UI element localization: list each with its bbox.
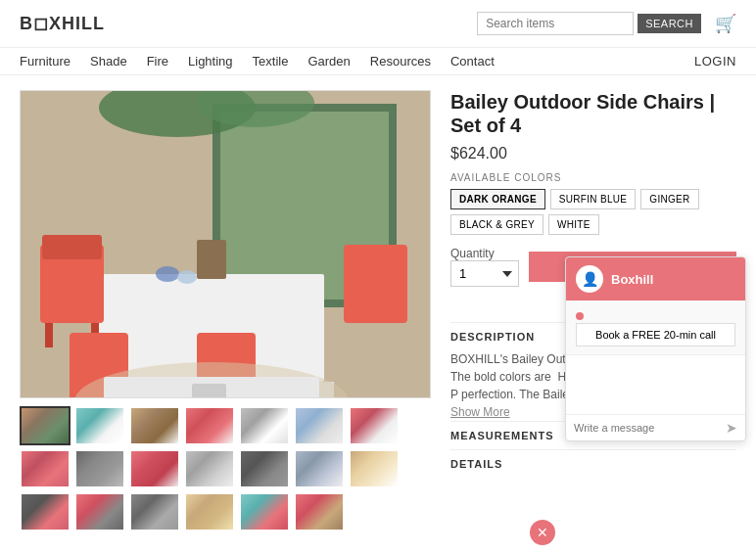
product-title: Bailey Outdoor Side Chairs | Set of 4 (450, 90, 736, 137)
product-info: Bailey Outdoor Side Chairs | Set of 4 $6… (450, 90, 736, 531)
nav-item-contact[interactable]: Contact (450, 54, 495, 69)
show-more-link[interactable]: Show More (450, 405, 510, 419)
thumbnail-16[interactable] (129, 492, 180, 531)
chat-widget: 👤 Boxhill Book a FREE 20-min call ➤ (565, 256, 746, 441)
thumbnail-15[interactable] (74, 492, 125, 531)
svg-rect-20 (192, 384, 226, 399)
main-content: Bailey Outdoor Side Chairs | Set of 4 $6… (0, 75, 756, 546)
header: B◻XHILL SEARCH 🛒 (0, 0, 756, 48)
chat-send-button[interactable]: ➤ (726, 420, 737, 436)
svg-rect-14 (344, 245, 407, 323)
svg-point-17 (177, 270, 197, 284)
thumbnail-8[interactable] (74, 449, 125, 488)
quantity-select[interactable]: 1 2 3 4 (450, 260, 519, 287)
thumbnail-11[interactable] (239, 449, 290, 488)
details-header[interactable]: DETAILS (450, 449, 736, 478)
nav-item-furniture[interactable]: Furniture (20, 54, 71, 69)
thumbnail-9[interactable] (129, 449, 180, 488)
main-product-image (20, 90, 431, 398)
chat-agent-name: Boxhill (611, 272, 653, 287)
color-option-dark-orange[interactable]: DARK ORANGE (450, 189, 545, 209)
available-colors-label: AVAILABLE COLORS (450, 172, 736, 183)
chat-header: 👤 Boxhill (566, 257, 745, 300)
thumbnail-6[interactable] (349, 406, 400, 445)
login-link[interactable]: LOGIN (694, 54, 736, 69)
cart-icon[interactable]: 🛒 (715, 13, 736, 34)
thumbnail-4[interactable] (239, 406, 290, 445)
nav-item-resources[interactable]: Resources (370, 54, 431, 69)
thumbnail-3[interactable] (184, 406, 235, 445)
color-option-ginger[interactable]: GINGER (640, 189, 698, 209)
thumbnail-17[interactable] (184, 492, 235, 531)
svg-rect-9 (42, 235, 102, 259)
thumbnail-12[interactable] (294, 449, 345, 488)
chat-avatar: 👤 (576, 265, 603, 293)
logo: B◻XHILL (20, 13, 105, 34)
chat-book-call-section: Book a FREE 20-min call (566, 300, 745, 355)
chat-avatar-icon: 👤 (582, 271, 598, 287)
product-images (20, 90, 431, 531)
nav-item-fire[interactable]: Fire (147, 54, 168, 69)
book-call-button[interactable]: Book a FREE 20-min call (576, 323, 735, 346)
chat-message-input[interactable] (574, 422, 721, 434)
color-option-black-&-grey[interactable]: BLACK & GREY (450, 214, 543, 235)
search-input[interactable] (477, 12, 634, 35)
nav-item-garden[interactable]: Garden (307, 54, 350, 69)
navigation: Furniture Shade Fire Lighting Textile Ga… (0, 48, 756, 75)
thumbnail-1[interactable] (74, 406, 125, 445)
chat-input-row: ➤ (566, 414, 745, 440)
thumbnail-0[interactable] (20, 406, 71, 445)
thumbnail-10[interactable] (184, 449, 235, 488)
svg-rect-10 (45, 323, 53, 347)
thumbnail-18[interactable] (239, 492, 290, 531)
chat-status-dot (576, 312, 584, 320)
thumbnail-14[interactable] (20, 492, 71, 531)
color-option-white[interactable]: WHITE (548, 214, 599, 235)
chat-message-area (566, 355, 745, 414)
color-option-surfin-blue[interactable]: SURFIN BLUE (550, 189, 636, 209)
nav-item-lighting[interactable]: Lighting (188, 54, 233, 69)
thumbnail-row (20, 406, 431, 531)
nav-item-shade[interactable]: Shade (90, 54, 127, 69)
search-button[interactable]: SEARCH (638, 14, 701, 33)
svg-rect-15 (197, 240, 226, 279)
search-area: SEARCH 🛒 (477, 12, 736, 35)
thumbnail-5[interactable] (294, 406, 345, 445)
thumbnail-13[interactable] (349, 449, 400, 488)
nav-item-textile[interactable]: Textile (253, 54, 289, 69)
thumbnail-19[interactable] (294, 492, 345, 531)
quantity-label: Quantity (450, 247, 519, 260)
color-options: DARK ORANGESURFIN BLUEGINGERBLACK & GREY… (450, 189, 736, 235)
svg-point-16 (156, 266, 179, 282)
product-price: $624.00 (450, 145, 736, 162)
thumbnail-2[interactable] (129, 406, 180, 445)
thumbnail-7[interactable] (20, 449, 71, 488)
close-chat-button[interactable]: ✕ (530, 520, 555, 545)
